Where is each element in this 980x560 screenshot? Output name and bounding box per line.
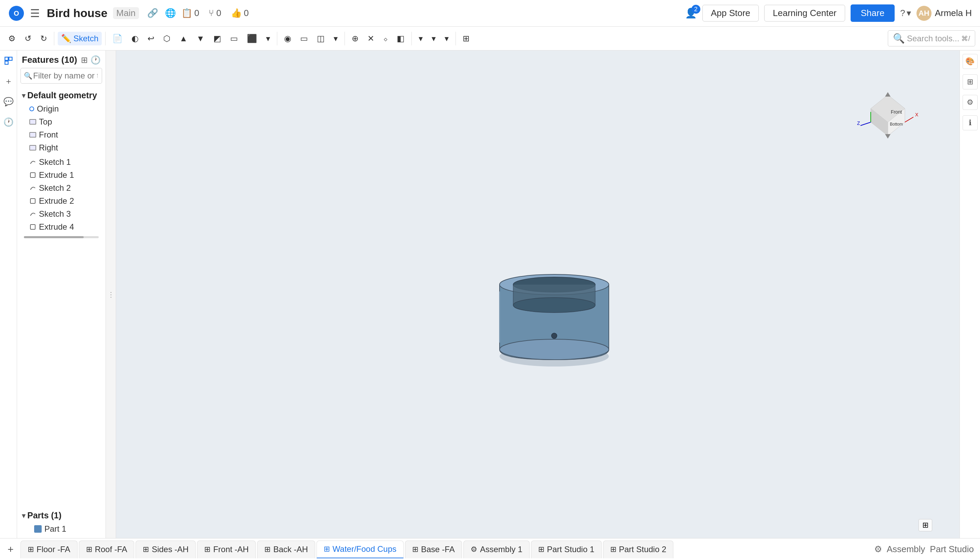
sketch1-item[interactable]: Sketch 1 (17, 156, 105, 168)
tool-delete[interactable]: ✕ (364, 32, 378, 45)
right-panel-btn-3[interactable]: ⚙ (963, 95, 978, 110)
features-scrollbar[interactable] (24, 236, 99, 238)
tool-mirror[interactable]: ▭ (297, 32, 311, 45)
orientation-widget[interactable]: Front Bottom X Z (857, 85, 918, 146)
branch-label[interactable]: Main (113, 7, 139, 19)
settings-icon: ⚙ (967, 98, 973, 107)
tool-mate[interactable]: ◧ (393, 32, 408, 45)
svg-rect-4 (5, 61, 8, 64)
right-panel-btn-2[interactable]: ⊞ (963, 74, 978, 89)
tab-sides-ah[interactable]: ⊞ Sides -AH (135, 540, 196, 558)
user-menu[interactable]: AH Armela H (917, 6, 972, 21)
add-feature-btn[interactable]: ⊞ (81, 55, 88, 65)
help-chevron: ▾ (907, 8, 911, 18)
history-icon[interactable]: 🕐 (2, 115, 15, 129)
app-logo[interactable]: O (8, 5, 25, 22)
tab-icon-part1: ⊞ (538, 545, 544, 554)
app-store-button[interactable]: App Store (702, 5, 759, 22)
tab-assembly1[interactable]: ⚙ Assembly 1 (463, 540, 529, 558)
sketch3-item[interactable]: Sketch 3 (17, 207, 105, 220)
tool-more-2[interactable]: ▾ (330, 32, 341, 45)
default-geometry-header[interactable]: ▾ Default geometry (17, 88, 105, 102)
undo-button[interactable]: ↺ (21, 32, 35, 45)
features-icon[interactable] (2, 54, 15, 68)
shell-icon: ▲ (179, 34, 187, 43)
tool-chamfer[interactable]: ▭ (227, 32, 241, 45)
add-feature-icon[interactable]: ＋ (2, 74, 15, 88)
tool-loft[interactable]: ⬡ (160, 32, 174, 45)
tool-boolean[interactable]: ◉ (280, 32, 295, 45)
notification-badge[interactable]: 👤 2 (685, 8, 697, 19)
sketch-icon (29, 210, 36, 217)
tab-roof-fa[interactable]: ⊞ Roof -FA (79, 540, 135, 558)
tab-label-water: Water/Food Cups (332, 544, 396, 554)
viewport[interactable]: Front Bottom X Z (116, 50, 960, 538)
part-studio-label[interactable]: Part Studio (930, 544, 974, 555)
right-panel-btn-1[interactable]: 🎨 (963, 54, 978, 69)
features-search-input[interactable] (20, 68, 102, 83)
history-btn[interactable]: 🕐 (90, 55, 101, 65)
learning-center-button[interactable]: Learning Center (764, 5, 845, 22)
tab-part-studio-2[interactable]: ⊞ Part Studio 2 (603, 540, 674, 558)
extrude4-item[interactable]: Extrude 4 (17, 220, 105, 233)
right-panel-btn-4[interactable]: ℹ (963, 115, 978, 130)
origin-label: Origin (37, 104, 59, 113)
tab-label-roof: Roof -FA (95, 545, 127, 554)
tool-split[interactable]: ⬛ (244, 32, 260, 45)
tool-pattern[interactable]: ◫ (314, 32, 328, 45)
comments-icon[interactable]: 💬 (2, 95, 15, 108)
tool-fillet[interactable]: ◩ (210, 32, 225, 45)
bottom-settings-icon[interactable]: ⚙ (874, 544, 882, 555)
tool-shell[interactable]: ▲ (176, 32, 191, 45)
tool-more-5[interactable]: ▾ (441, 32, 452, 45)
svg-rect-3 (9, 57, 12, 60)
help-button[interactable]: ? ▾ (900, 8, 911, 18)
front-plane-item[interactable]: Front (17, 128, 105, 141)
tab-water-food-cups[interactable]: ⊞ Water/Food Cups (317, 540, 404, 558)
tool-measure[interactable]: ⬦ (380, 32, 391, 45)
tool-draft[interactable]: ▼ (193, 32, 208, 45)
tool-revolve[interactable]: ◐ (128, 32, 142, 45)
add-tab-button[interactable]: + (3, 542, 18, 557)
tab-part-studio-1[interactable]: ⊞ Part Studio 1 (531, 540, 602, 558)
origin-icon (29, 107, 34, 111)
part1-item[interactable]: Part 1 (22, 522, 101, 535)
tool-new-doc[interactable]: 📄 (109, 32, 126, 45)
share-button[interactable]: Share (851, 5, 895, 22)
branch-counter[interactable]: ⑂ 0 (209, 8, 221, 18)
extrude1-item[interactable]: Extrude 1 (17, 168, 105, 182)
tool-sweep[interactable]: ↩ (144, 32, 158, 45)
copy-counter[interactable]: 📋 0 (181, 8, 199, 18)
tool-more-3[interactable]: ▾ (415, 32, 426, 45)
right-plane-item[interactable]: Right (17, 141, 105, 154)
assembly-label[interactable]: Assembly (887, 544, 925, 555)
top-plane-item[interactable]: Top (17, 115, 105, 128)
origin-item[interactable]: Origin (17, 102, 105, 115)
sketch-button[interactable]: ✏️ Sketch (58, 32, 102, 45)
tab-front-ah[interactable]: ⊞ Front -AH (197, 540, 256, 558)
like-count: 0 (244, 8, 249, 18)
like-counter[interactable]: 👍 0 (231, 8, 249, 18)
globe-icon[interactable]: 🌐 (165, 8, 176, 18)
tool-render[interactable]: ⊞ (459, 32, 473, 45)
parts-section: ▾ Parts (1) Part 1 (17, 508, 105, 538)
toolbar-settings[interactable]: ⚙ (5, 32, 19, 45)
search-tools[interactable]: 🔍 Search tools... ⌘/ (888, 30, 975, 47)
extrude2-item[interactable]: Extrude 2 (17, 195, 105, 207)
parts-header[interactable]: ▾ Parts (1) (22, 510, 101, 520)
tab-label-back: Back -AH (273, 545, 308, 554)
collapse-handle[interactable]: ⋮ (106, 50, 116, 538)
tool-more-1[interactable]: ▾ (262, 32, 274, 45)
tab-base-fa[interactable]: ⊞ Base -FA (405, 540, 462, 558)
viewport-grid-btn[interactable]: ⊞ (918, 519, 932, 531)
link-icon[interactable]: 🔗 (147, 8, 158, 18)
sketch-icon: ✏️ (61, 34, 71, 43)
sketch2-item[interactable]: Sketch 2 (17, 182, 105, 195)
tool-transform[interactable]: ⊕ (348, 32, 362, 45)
more-icon-3: ▾ (419, 34, 423, 43)
tool-more-4[interactable]: ▾ (428, 32, 439, 45)
menu-icon[interactable]: ☰ (30, 7, 40, 20)
redo-button[interactable]: ↻ (37, 32, 50, 45)
tab-floor-fa[interactable]: ⊞ Floor -FA (20, 540, 77, 558)
tab-back-ah[interactable]: ⊞ Back -AH (257, 540, 315, 558)
